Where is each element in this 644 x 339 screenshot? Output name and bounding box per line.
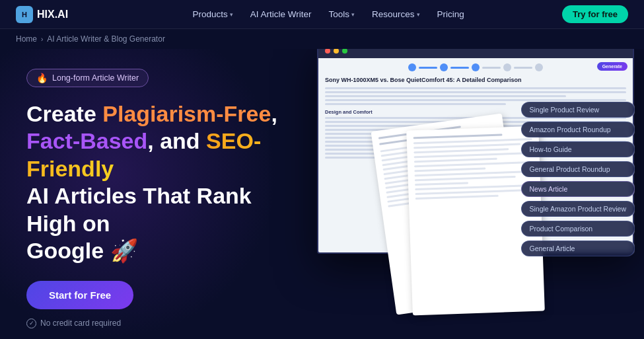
logo-icon: H — [16, 6, 33, 23]
step-line-4 — [514, 67, 532, 69]
nav-tools[interactable]: Tools ▾ — [322, 7, 361, 22]
no-credit-card-notice: ✓ No credit card required — [26, 319, 304, 328]
doc-content-line — [325, 87, 626, 89]
step-3 — [472, 63, 480, 71]
window-close-dot — [325, 49, 330, 54]
chevron-down-icon: ▾ — [351, 11, 355, 18]
badge: 🔥 Long-form Article Writer — [26, 69, 149, 87]
step-line-3 — [482, 67, 501, 69]
logo[interactable]: H HIX.AI — [16, 6, 68, 23]
title-line3: AI Articles That Rank High on — [26, 183, 252, 235]
step-line-1 — [419, 67, 437, 69]
tag-general-roundup[interactable]: General Product Roundup — [521, 161, 635, 177]
breadcrumb: Home › AI Article Writer & Blog Generato… — [0, 29, 644, 49]
check-icon: ✓ — [26, 319, 36, 328]
nav-products[interactable]: Products ▾ — [186, 7, 239, 22]
nav-article-writer[interactable]: AI Article Writer — [244, 7, 318, 22]
step-5 — [535, 63, 543, 71]
hero-title: Create Plagiarism-Free, Fact-Based, and … — [26, 100, 304, 265]
tag-single-product[interactable]: Single Product Review — [521, 102, 635, 118]
window-minimize-dot — [334, 49, 339, 54]
breadcrumb-separator: › — [41, 36, 43, 43]
step-2 — [440, 63, 448, 71]
tag-single-amazon[interactable]: Single Amazon Product Review — [521, 201, 635, 217]
tag-product-comparison[interactable]: Product Comparison — [521, 221, 635, 237]
monitor-topbar — [318, 49, 633, 58]
logo-text: HIX.AI — [37, 9, 68, 20]
hero-section: 🔥 Long-form Article Writer Create Plagia… — [0, 49, 644, 339]
badge-text: Long-form Article Writer — [52, 73, 139, 83]
nav-pricing[interactable]: Pricing — [431, 7, 471, 22]
breadcrumb-home[interactable]: Home — [16, 34, 37, 44]
doc-progress-bar — [325, 63, 626, 71]
hero-right: Generate Sony WH-1000XM5 vs. Bose QuietC… — [304, 62, 628, 339]
step-4 — [503, 63, 511, 71]
start-for-free-button[interactable]: Start for Free — [26, 281, 133, 309]
breadcrumb-current: AI Article Writer & Blog Generator — [47, 34, 165, 44]
chevron-down-icon: ▾ — [230, 11, 233, 18]
nav-resources[interactable]: Resources ▾ — [365, 7, 427, 22]
window-maximize-dot — [342, 49, 347, 54]
doc-title: Sony WH-1000XM5 vs. Bose QuietComfort 45… — [325, 77, 626, 85]
chevron-down-icon: ▾ — [417, 11, 420, 18]
nav-links: Products ▾ AI Article Writer Tools ▾ Res… — [94, 7, 562, 22]
step-line-2 — [450, 67, 469, 69]
article-tags-list: Single Product Review Amazon Product Rou… — [521, 102, 635, 256]
title-line4: Google 🚀 — [26, 238, 138, 263]
navbar: H HIX.AI Products ▾ AI Article Writer To… — [0, 0, 644, 29]
title-plagiarism: Plagiarism-Free — [102, 101, 271, 126]
badge-icon: 🔥 — [36, 73, 48, 83]
hero-left: 🔥 Long-form Article Writer Create Plagia… — [26, 62, 304, 339]
title-fact-based: Fact-Based — [26, 128, 147, 153]
no-cc-text: No credit card required — [40, 319, 121, 328]
tag-general-article[interactable]: General Article — [521, 241, 635, 256]
tag-amazon-roundup[interactable]: Amazon Product Roundup — [521, 122, 635, 137]
tag-news[interactable]: News Article — [521, 181, 635, 197]
try-for-free-button[interactable]: Try for free — [562, 5, 628, 23]
tag-howto[interactable]: How-to Guide — [521, 141, 635, 157]
generate-article-button[interactable]: Generate — [597, 62, 627, 71]
step-1 — [408, 63, 416, 71]
